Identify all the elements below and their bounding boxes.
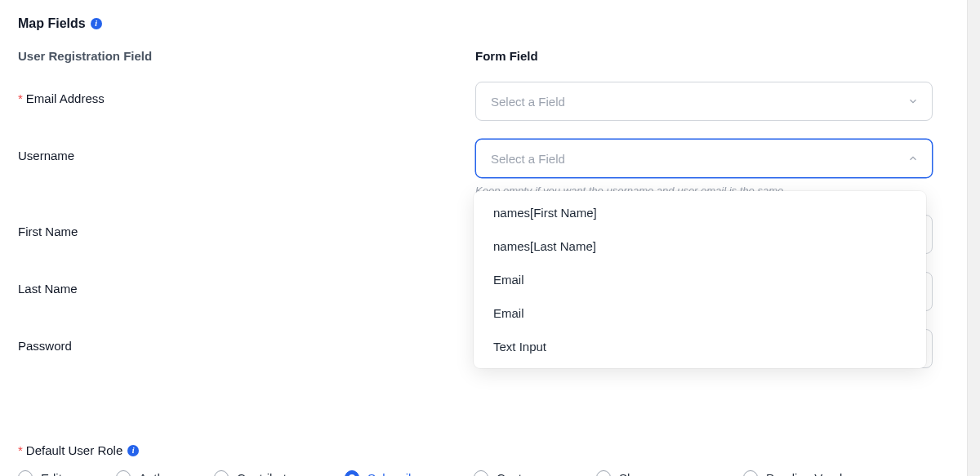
select-email[interactable]: Select a Field [475,82,933,121]
radio-icon [18,470,33,476]
role-label: Editor [41,471,73,477]
select-username[interactable]: Select a Field [475,139,933,178]
field-label-email: *Email Address [18,82,475,105]
required-asterisk: * [18,443,23,457]
dropdown-item[interactable]: Text Input [474,330,926,363]
dropdown-item[interactable]: Email [474,263,926,296]
column-header-right: Form Field [475,49,538,63]
role-option-editor[interactable]: Editor [18,470,116,476]
radio-icon [214,470,229,476]
radio-icon [474,470,488,476]
dropdown-item[interactable]: Email [474,296,926,330]
radio-icon [596,470,611,476]
field-row-email: *Email Address Select a Field [18,82,962,121]
section-title: Map Fields i [18,16,962,31]
dropdown-item[interactable]: names[First Name] [474,196,926,229]
field-row-username: Username Select a Field Keep empty if yo… [18,139,962,197]
role-section: *Default User Role i Editor Author Contr… [18,443,962,476]
role-label: Shop manager [619,471,699,477]
chevron-down-icon [907,96,919,107]
field-label-username: Username [18,139,475,162]
role-option-customer[interactable]: Customer [474,470,596,476]
select-placeholder: Select a Field [491,95,565,109]
field-label-first-name: First Name [18,215,475,238]
chevron-up-icon [907,153,919,164]
role-label: Customer [497,471,550,477]
columns-header: User Registration Field Form Field [18,49,962,64]
field-label-password: Password [18,329,475,353]
role-option-pending-vendor[interactable]: Pending Vendor [743,470,906,476]
role-label: Pending Vendor [766,471,853,477]
radio-icon [743,470,758,476]
field-label-last-name: Last Name [18,272,475,296]
select-placeholder: Select a Field [491,152,565,166]
info-icon[interactable]: i [127,445,139,456]
radio-icon [116,470,131,476]
radio-icon [345,470,359,476]
scrollbar-thumb[interactable] [970,0,978,476]
role-label: Subscriber [368,471,426,477]
column-header-left: User Registration Field [18,49,152,63]
role-option-contributor[interactable]: Contributor [214,470,345,476]
role-option-subscriber[interactable]: Subscriber [345,470,474,476]
role-label: Contributor [237,471,297,477]
dropdown-menu-username[interactable]: names[First Name] names[Last Name] Email… [474,191,926,368]
info-icon[interactable]: i [91,18,102,29]
role-label: Author [139,471,175,477]
dropdown-item[interactable]: names[Last Name] [474,229,926,263]
section-title-text: Map Fields [18,16,86,31]
role-option-author[interactable]: Author [116,470,214,476]
scrollbar-vertical[interactable] [967,0,980,476]
required-asterisk: * [18,91,23,105]
role-title: *Default User Role i [18,443,962,457]
role-option-shop-manager[interactable]: Shop manager [596,470,743,476]
role-radio-group: Editor Author Contributor Subscriber Cus… [18,470,962,476]
